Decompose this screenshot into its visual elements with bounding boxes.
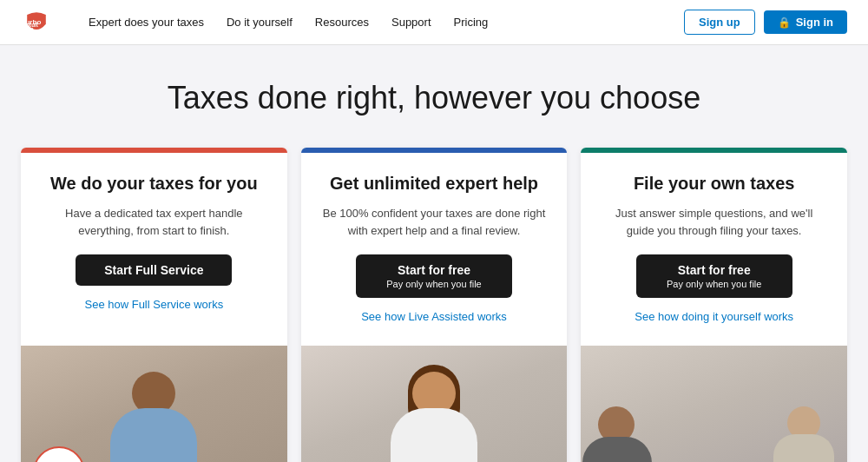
person-andrew [102,363,206,462]
start-self-file-button[interactable]: Start for free Pay only when you file [636,254,792,298]
card-full-service: We do your taxes for you Have a dedicate… [21,148,287,462]
turbotax-logo-icon: intuit turbo tax [21,7,52,38]
card-content-self-file: File your own taxes Just answer simple q… [581,153,847,346]
header: intuit turbo tax Expert does your taxes … [0,0,868,45]
person-b [769,389,838,462]
card-title-full-service: We do your taxes for you [50,172,258,195]
self-file-link[interactable]: See how doing it yourself works [635,310,793,323]
lock-icon: 🔒 [778,16,791,29]
start-live-assisted-button[interactable]: Start for free Pay only when you file [356,254,512,298]
full-service-badge: FULL SERVICE GUARANTEE [33,446,85,462]
header-actions: Sign up 🔒 Sign in [684,10,847,35]
nav-item-support[interactable]: Support [383,10,440,34]
nav-item-pricing[interactable]: Pricing [445,10,497,34]
logo[interactable]: intuit turbo tax [21,7,52,38]
card-title-live-assisted: Get unlimited expert help [330,172,538,195]
hero-title: Taxes done right, however you choose [21,80,847,116]
person-body [110,408,197,462]
start-full-service-button[interactable]: Start Full Service [76,254,232,286]
card-self-file: File your own taxes Just answer simple q… [581,148,847,462]
nav-item-resources[interactable]: Resources [306,10,378,34]
main-content: Taxes done right, however you choose We … [0,45,868,462]
card-content-live-assisted: Get unlimited expert help Be 100% confid… [301,153,568,346]
card-desc-full-service: Have a dedicated tax expert handle every… [42,205,266,239]
card-image-live-assisted: ▶ Diana, Tax Expert 20yrs [301,346,568,462]
signup-button[interactable]: Sign up [684,10,755,35]
card-title-self-file: File your own taxes [634,172,795,195]
person-body-b [773,434,834,462]
card-image-self-file: Chris & Laura, Turbo Tax customers [581,346,847,462]
card-desc-live-assisted: Be 100% confident your taxes are done ri… [322,205,547,239]
cards-container: We do your taxes for you Have a dedicate… [21,148,847,462]
signin-button[interactable]: 🔒 Sign in [764,10,847,34]
nav-item-diy[interactable]: Do it yourself [218,10,301,34]
person-group [607,380,694,462]
svg-text:tax: tax [23,24,34,32]
full-service-link[interactable]: See how Full Service works [85,298,224,311]
card-live-assisted: Get unlimited expert help Be 100% confid… [301,148,568,462]
person-body [391,408,477,462]
card-desc-self-file: Just answer simple questions, and we'll … [602,205,826,239]
person-body-a [582,437,652,462]
live-assisted-link[interactable]: See how Live Assisted works [361,310,507,323]
card-content-full-service: We do your taxes for you Have a dedicate… [21,153,287,346]
person-diana [382,363,486,462]
main-nav: Expert does your taxes Do it yourself Re… [80,10,684,34]
card-image-full-service: FULL SERVICE GUARANTEE Andrew Andrew, Ta… [21,346,287,462]
nav-item-expert[interactable]: Expert does your taxes [80,10,213,34]
